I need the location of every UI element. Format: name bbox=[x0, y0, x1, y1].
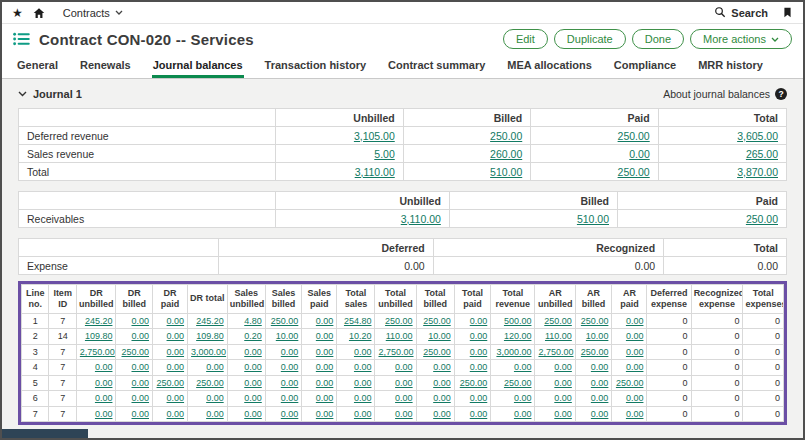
amount-link[interactable]: 3,870.00 bbox=[737, 166, 778, 178]
bookmark-icon[interactable] bbox=[782, 6, 793, 19]
amount-link[interactable]: 0.00 bbox=[281, 347, 299, 357]
amount-link[interactable]: 0.00 bbox=[244, 347, 262, 357]
amount-link[interactable]: 0.00 bbox=[470, 362, 488, 372]
amount-link[interactable]: 3,000.00 bbox=[496, 347, 531, 357]
amount-link[interactable]: 0.00 bbox=[514, 362, 532, 372]
amount-link[interactable]: 250.00 bbox=[618, 130, 650, 142]
done-button[interactable]: Done bbox=[632, 29, 684, 49]
amount-link[interactable]: 0.00 bbox=[395, 409, 413, 419]
amount-link[interactable]: 3,605.00 bbox=[737, 130, 778, 142]
amount-link[interactable]: 0.00 bbox=[244, 409, 262, 419]
record-list-icon[interactable] bbox=[13, 32, 30, 46]
amount-link[interactable]: 10.00 bbox=[276, 331, 299, 341]
amount-link[interactable]: 0.00 bbox=[626, 393, 644, 403]
amount-link[interactable]: 0.00 bbox=[167, 347, 185, 357]
amount-link[interactable]: 0.00 bbox=[591, 378, 609, 388]
amount-link[interactable]: 0.00 bbox=[395, 378, 413, 388]
amount-link[interactable]: 0.00 bbox=[354, 362, 372, 372]
amount-link[interactable]: 510.00 bbox=[490, 166, 522, 178]
amount-link[interactable]: 0.00 bbox=[95, 409, 113, 419]
amount-link[interactable]: 0.00 bbox=[354, 378, 372, 388]
amount-link[interactable]: 0.00 bbox=[167, 393, 185, 403]
amount-link[interactable]: 0.00 bbox=[316, 331, 334, 341]
amount-link[interactable]: 0.20 bbox=[244, 331, 262, 341]
amount-link[interactable]: 120.00 bbox=[504, 331, 532, 341]
tab-contract-summary[interactable]: Contract summary bbox=[387, 55, 486, 78]
amount-link[interactable]: 0.00 bbox=[433, 378, 451, 388]
amount-link[interactable]: 0.00 bbox=[206, 409, 224, 419]
amount-link[interactable]: 0.00 bbox=[626, 362, 644, 372]
amount-link[interactable]: 0.00 bbox=[554, 362, 572, 372]
amount-link[interactable]: 0.00 bbox=[244, 362, 262, 372]
amount-link[interactable]: 250.00 bbox=[196, 378, 224, 388]
amount-link[interactable]: 0.00 bbox=[281, 378, 299, 388]
amount-link[interactable]: 0.00 bbox=[395, 393, 413, 403]
amount-link[interactable]: 110.00 bbox=[545, 331, 572, 341]
home-icon[interactable] bbox=[33, 7, 45, 19]
amount-link[interactable]: 250.00 bbox=[616, 378, 644, 388]
context-switcher[interactable]: Contracts bbox=[63, 7, 123, 19]
amount-link[interactable]: 0.00 bbox=[167, 316, 185, 326]
amount-link[interactable]: 0.00 bbox=[554, 393, 572, 403]
amount-link[interactable]: 260.00 bbox=[490, 148, 522, 160]
amount-link[interactable]: 0.00 bbox=[206, 362, 224, 372]
tab-mea-allocations[interactable]: MEA allocations bbox=[506, 55, 593, 78]
amount-link[interactable]: 109.80 bbox=[85, 331, 113, 341]
amount-link[interactable]: 0.00 bbox=[131, 331, 149, 341]
amount-link[interactable]: 250.00 bbox=[581, 347, 609, 357]
amount-link[interactable]: 0.00 bbox=[554, 378, 572, 388]
tab-compliance[interactable]: Compliance bbox=[613, 55, 677, 78]
amount-link[interactable]: 250.00 bbox=[157, 378, 185, 388]
amount-link[interactable]: 250.00 bbox=[423, 347, 451, 357]
amount-link[interactable]: 0.00 bbox=[470, 347, 488, 357]
amount-link[interactable]: 0.00 bbox=[591, 362, 609, 372]
amount-link[interactable]: 0.00 bbox=[514, 409, 532, 419]
amount-link[interactable]: 3,000.00 bbox=[191, 347, 226, 357]
tab-renewals[interactable]: Renewals bbox=[79, 55, 132, 78]
amount-link[interactable]: 0.00 bbox=[626, 347, 644, 357]
amount-link[interactable]: 0.00 bbox=[316, 378, 334, 388]
amount-link[interactable]: 0.00 bbox=[354, 393, 372, 403]
amount-link[interactable]: 5.00 bbox=[374, 148, 394, 160]
amount-link[interactable]: 0.00 bbox=[167, 331, 185, 341]
amount-link[interactable]: 250.00 bbox=[544, 316, 572, 326]
amount-link[interactable]: 510.00 bbox=[577, 213, 609, 225]
amount-link[interactable]: 0.00 bbox=[206, 393, 224, 403]
tab-journal-balances[interactable]: Journal balances bbox=[152, 55, 244, 78]
amount-link[interactable]: 250.00 bbox=[121, 347, 149, 357]
amount-link[interactable]: 0.00 bbox=[281, 409, 299, 419]
amount-link[interactable]: 0.00 bbox=[629, 148, 649, 160]
favorite-star-icon[interactable]: ★ bbox=[12, 7, 23, 19]
amount-link[interactable]: 0.00 bbox=[626, 331, 644, 341]
amount-link[interactable]: 0.00 bbox=[244, 378, 262, 388]
amount-link[interactable]: 0.00 bbox=[433, 393, 451, 403]
amount-link[interactable]: 3,110.00 bbox=[355, 166, 395, 178]
amount-link[interactable]: 0.00 bbox=[470, 331, 488, 341]
amount-link[interactable]: 0.00 bbox=[131, 362, 149, 372]
amount-link[interactable]: 0.00 bbox=[95, 378, 113, 388]
amount-link[interactable]: 110.00 bbox=[386, 331, 413, 341]
amount-link[interactable]: 10.20 bbox=[349, 331, 372, 341]
amount-link[interactable]: 3,110.00 bbox=[401, 213, 441, 225]
amount-link[interactable]: 0.00 bbox=[514, 393, 532, 403]
amount-link[interactable]: 0.00 bbox=[470, 409, 488, 419]
amount-link[interactable]: 0.00 bbox=[626, 409, 644, 419]
amount-link[interactable]: 0.00 bbox=[131, 378, 149, 388]
amount-link[interactable]: 3,105.00 bbox=[354, 130, 395, 142]
amount-link[interactable]: 109.80 bbox=[196, 331, 224, 341]
duplicate-button[interactable]: Duplicate bbox=[554, 29, 626, 49]
amount-link[interactable]: 0.00 bbox=[95, 393, 113, 403]
amount-link[interactable]: 2,750.00 bbox=[378, 347, 413, 357]
amount-link[interactable]: 0.00 bbox=[281, 362, 299, 372]
amount-link[interactable]: 250.00 bbox=[460, 378, 488, 388]
amount-link[interactable]: 0.00 bbox=[354, 347, 372, 357]
search-button[interactable]: Search bbox=[714, 6, 768, 20]
tab-general[interactable]: General bbox=[16, 55, 59, 78]
amount-link[interactable]: 250.00 bbox=[618, 166, 650, 178]
amount-link[interactable]: 250.00 bbox=[581, 316, 609, 326]
amount-link[interactable]: 0.00 bbox=[470, 316, 488, 326]
amount-link[interactable]: 2,750.00 bbox=[80, 347, 115, 357]
more-actions-button[interactable]: More actions bbox=[690, 29, 792, 49]
tab-mrr-history[interactable]: MRR history bbox=[697, 55, 764, 78]
amount-link[interactable]: 0.00 bbox=[433, 362, 451, 372]
